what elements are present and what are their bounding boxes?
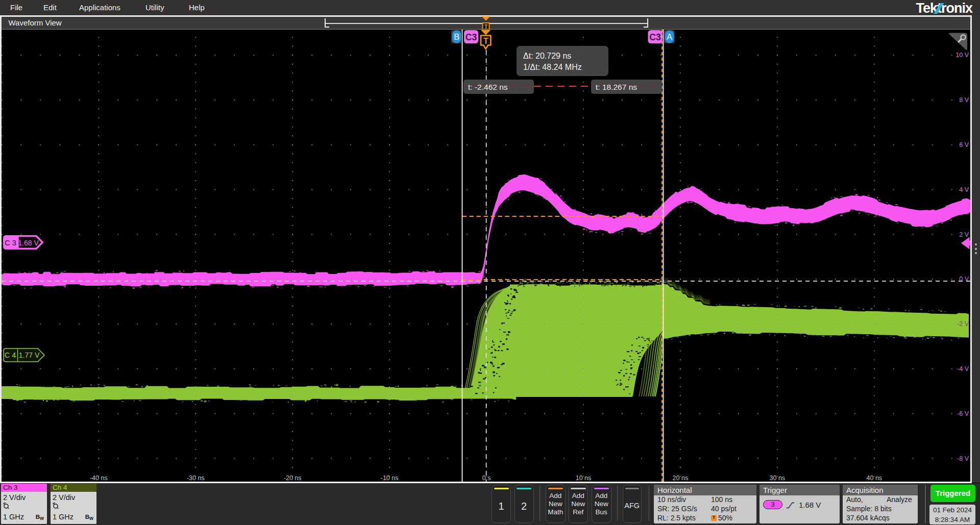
svg-text:-30 ns: -30 ns (187, 474, 205, 481)
svg-text:8 V: 8 V (959, 96, 969, 104)
svg-text:C3: C3 (649, 32, 661, 42)
svg-text:C 4: C 4 (5, 351, 16, 359)
svg-text:20 ns: 20 ns (673, 474, 689, 481)
svg-text:A: A (667, 32, 672, 41)
svg-text:-8 V: -8 V (957, 455, 969, 462)
svg-text:1.68 V: 1.68 V (18, 238, 39, 246)
svg-text:2 V: 2 V (959, 231, 969, 238)
svg-text:B: B (454, 32, 459, 41)
svg-text:Δt: 20.729 ns: Δt: 20.729 ns (523, 51, 571, 60)
svg-text:-2 V: -2 V (957, 320, 969, 328)
svg-text:6 V: 6 V (959, 141, 969, 148)
svg-text:t: 18.267 ns: t: 18.267 ns (596, 82, 637, 91)
svg-text:T: T (483, 36, 488, 45)
svg-text:4 V: 4 V (959, 186, 969, 193)
svg-text:-40 ns: -40 ns (90, 474, 108, 481)
svg-text:-10 ns: -10 ns (381, 474, 399, 481)
svg-text:1/Δt: 48.24 MHz: 1/Δt: 48.24 MHz (523, 62, 582, 71)
svg-text:C3: C3 (465, 32, 477, 42)
svg-text:10 ns: 10 ns (576, 474, 592, 481)
svg-text:-4 V: -4 V (957, 365, 969, 372)
svg-text:1.77 V: 1.77 V (19, 351, 40, 359)
svg-text:10 V: 10 V (955, 52, 969, 59)
svg-text:t: -2.462 ns: t: -2.462 ns (468, 82, 508, 91)
svg-text:-6 V: -6 V (957, 410, 969, 417)
svg-text:-20 ns: -20 ns (284, 474, 302, 481)
svg-text:30 ns: 30 ns (770, 474, 786, 481)
svg-text:0 V: 0 V (959, 276, 969, 283)
svg-text:C 3: C 3 (5, 238, 16, 246)
svg-text:40 ns: 40 ns (867, 474, 883, 481)
